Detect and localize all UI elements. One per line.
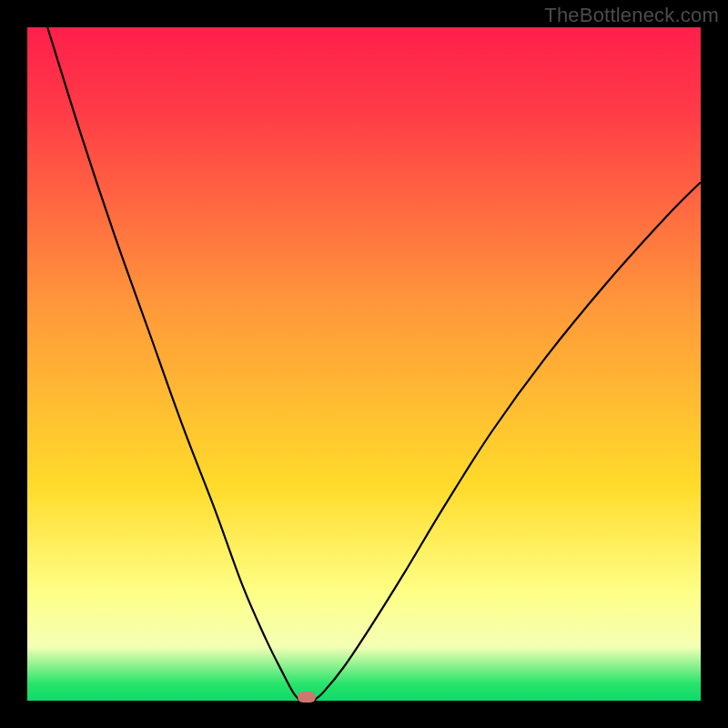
chart-frame: TheBottleneck.com xyxy=(0,0,728,728)
optimum-marker xyxy=(298,692,316,703)
watermark-text: TheBottleneck.com xyxy=(544,4,719,27)
bottleneck-curve xyxy=(27,27,701,701)
curve-left-branch xyxy=(47,27,300,701)
curve-right-branch xyxy=(314,182,702,701)
plot-area xyxy=(27,27,701,701)
